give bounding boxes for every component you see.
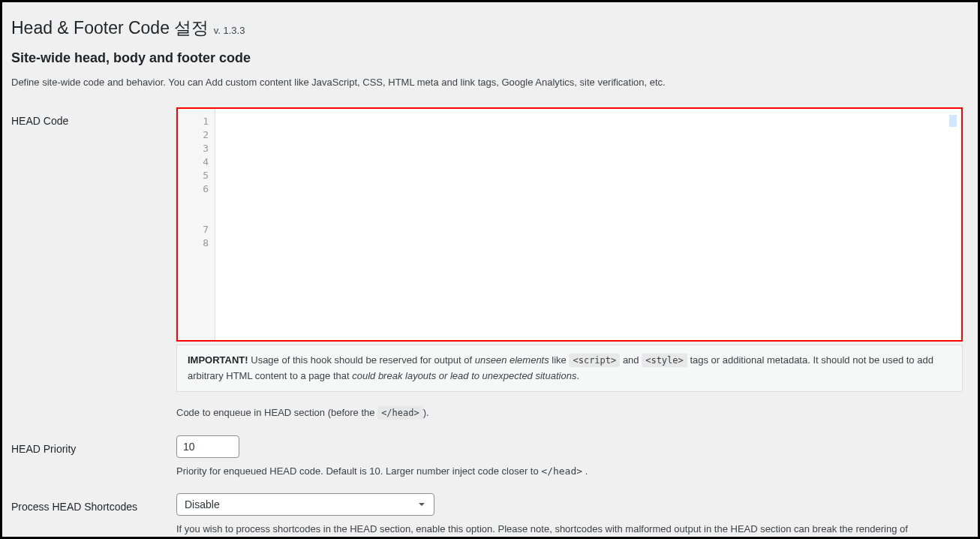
line-number: 1 [178,115,209,128]
line-number: 7 [178,223,209,236]
line-number: 5 [178,169,209,182]
head-shortcodes-select[interactable]: Disable [176,493,434,516]
head-code-editor[interactable]: 1 2 3 4 5 6 7 8 [176,107,963,342]
cursor-indicator [949,115,957,127]
line-number: 2 [178,128,209,142]
style-tag-code: <style> [642,354,687,367]
note-important-label: IMPORTANT! [188,354,248,366]
section-description: Define site-wide code and behavior. You … [11,77,963,88]
head-priority-input[interactable] [176,435,239,458]
code-line-gutter: 1 2 3 4 5 6 7 8 [178,109,215,340]
head-priority-help: Priority for enqueued HEAD code. Default… [176,464,963,479]
page-title: Head & Footer Code 설정 v. 1.3.3 [11,17,963,40]
line-number: 6 [178,182,209,223]
head-code-help: Code to enqueue in HEAD section (before … [176,405,963,420]
line-number: 3 [178,142,209,155]
page-title-text: Head & Footer Code 설정 [11,18,209,38]
head-priority-label: HEAD Priority [11,435,176,494]
section-title: Site-wide head, body and footer code [11,50,963,66]
head-shortcodes-label: Process HEAD Shortcodes [11,493,176,539]
head-code-important-note: IMPORTANT! Usage of this hook should be … [176,345,963,393]
settings-form-table: HEAD Code 1 2 3 4 5 6 7 8 [11,107,963,539]
head-close-tag-code: </head> [541,465,582,477]
line-number: 4 [178,155,209,169]
line-number: 8 [178,236,209,250]
head-close-tag-code: </head> [377,406,423,420]
head-shortcodes-help: If you wish to process shortcodes in the… [176,522,963,537]
code-textarea[interactable] [215,109,961,340]
script-tag-code: <script> [569,354,620,367]
head-code-label: HEAD Code [11,107,176,435]
page-version: v. 1.3.3 [214,25,245,36]
